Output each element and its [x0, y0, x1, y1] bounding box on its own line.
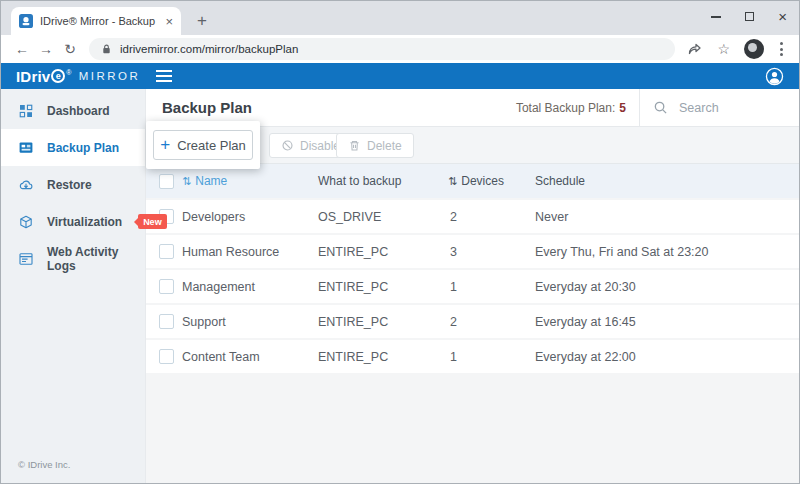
- main-content: Backup Plan Total Backup Plan: 5 + Creat…: [146, 89, 799, 483]
- select-all-checkbox[interactable]: [159, 174, 174, 189]
- tab-title: IDrive® Mirror - Backup Plan: [40, 15, 158, 27]
- backup-plan-icon: [18, 140, 34, 156]
- create-plan-button[interactable]: + Create Plan: [153, 130, 253, 160]
- browser-tab[interactable]: IDrive® Mirror - Backup Plan ×: [11, 7, 181, 35]
- bookmark-star-icon[interactable]: ☆: [717, 42, 730, 56]
- create-plan-callout: + Create Plan: [146, 121, 260, 169]
- web-activity-logs-icon: [18, 251, 34, 267]
- sidebar-item-label: Virtualization: [47, 215, 122, 229]
- table-row[interactable]: Management ENTIRE_PC 1 Everyday at 20:30: [146, 270, 799, 303]
- plan-schedule: Everyday at 20:30: [535, 280, 799, 294]
- plan-schedule: Everyday at 22:00: [535, 350, 799, 364]
- plan-what: ENTIRE_PC: [318, 280, 448, 294]
- sidebar: Dashboard Backup Plan Restore Virtualiza…: [1, 89, 146, 483]
- plan-name: Management: [182, 280, 318, 294]
- app-body: Dashboard Backup Plan Restore Virtualiza…: [1, 89, 799, 483]
- total-backup-plan: Total Backup Plan: 5: [516, 101, 639, 115]
- sort-icon: ⇅: [182, 176, 191, 187]
- sidebar-item-label: Web Activity Logs: [47, 245, 145, 273]
- copyright-text: © IDrive Inc.: [18, 459, 70, 470]
- plan-name: Developers: [182, 210, 318, 224]
- delete-button[interactable]: Delete: [336, 133, 414, 158]
- sidebar-item-label: Backup Plan: [47, 141, 119, 155]
- sidebar-item-restore[interactable]: Restore: [1, 166, 145, 203]
- tab-strip: IDrive® Mirror - Backup Plan × + ×: [1, 1, 799, 35]
- total-label: Total Backup Plan:: [516, 101, 615, 115]
- plan-devices: 2: [448, 210, 535, 224]
- plan-schedule: Every Thu, Fri and Sat at 23:20: [535, 245, 799, 259]
- dashboard-icon: [18, 103, 34, 119]
- plan-what: ENTIRE_PC: [318, 350, 448, 364]
- row-checkbox[interactable]: [159, 244, 174, 259]
- sort-icon: ⇅: [448, 176, 457, 187]
- address-bar[interactable]: idrivemirror.com/mirror/backupPlan: [89, 38, 675, 60]
- sidebar-item-dashboard[interactable]: Dashboard: [1, 92, 145, 129]
- lock-icon: [101, 43, 112, 55]
- column-header-name[interactable]: ⇅Name: [182, 174, 318, 188]
- back-button[interactable]: ←: [11, 41, 33, 57]
- plan-devices: 1: [448, 350, 535, 364]
- browser-menu-icon[interactable]: [778, 40, 785, 58]
- table-header-row: ⇅Name What to backup ⇅Devices Schedule: [146, 164, 799, 198]
- sidebar-item-label: Dashboard: [47, 104, 110, 118]
- tab-close-icon[interactable]: ×: [165, 15, 173, 28]
- sidebar-item-backup-plan[interactable]: Backup Plan: [1, 129, 145, 166]
- share-icon[interactable]: [687, 41, 703, 57]
- app-header: IDrive® MIRROR: [1, 63, 799, 89]
- hamburger-menu-icon[interactable]: [156, 70, 172, 82]
- window-controls: ×: [711, 9, 787, 24]
- restore-cloud-icon: [18, 177, 34, 193]
- create-plan-label: Create Plan: [177, 138, 246, 153]
- table-row[interactable]: Content Team ENTIRE_PC 1 Everyday at 22:…: [146, 340, 799, 373]
- total-count: 5: [619, 101, 626, 115]
- plan-what: OS_DRIVE: [318, 210, 448, 224]
- toolbar-right: ☆: [687, 39, 785, 59]
- sidebar-item-web-activity-logs[interactable]: Web Activity Logs: [1, 240, 145, 277]
- site-favicon-icon: [19, 14, 33, 28]
- plan-devices: 3: [448, 245, 535, 259]
- row-checkbox[interactable]: [159, 279, 174, 294]
- table-row[interactable]: Human Resource ENTIRE_PC 3 Every Thu, Fr…: [146, 235, 799, 268]
- window-minimize-button[interactable]: [711, 16, 721, 18]
- disable-label: Disable: [300, 139, 340, 153]
- logo-text: IDriv: [16, 68, 50, 85]
- forward-button[interactable]: →: [35, 41, 57, 57]
- virtualization-cube-icon: [18, 214, 34, 230]
- delete-label: Delete: [367, 139, 402, 153]
- row-checkbox[interactable]: [159, 349, 174, 364]
- plan-what: ENTIRE_PC: [318, 315, 448, 329]
- backup-plans-table: ⇅Name What to backup ⇅Devices Schedule D…: [146, 164, 799, 375]
- plan-what: ENTIRE_PC: [318, 245, 448, 259]
- browser-toolbar: ← → ↻ idrivemirror.com/mirror/backupPlan…: [1, 35, 799, 63]
- plan-devices: 1: [448, 280, 535, 294]
- plan-name: Support: [182, 315, 318, 329]
- table-row[interactable]: Developers OS_DRIVE 2 Never: [146, 200, 799, 233]
- account-icon[interactable]: [765, 67, 784, 86]
- plan-schedule: Everyday at 16:45: [535, 315, 799, 329]
- window-close-button[interactable]: ×: [778, 9, 787, 24]
- logo-e-icon: e: [51, 69, 65, 83]
- window-maximize-button[interactable]: [745, 12, 754, 21]
- new-badge: New: [138, 214, 167, 229]
- trash-icon: [348, 139, 361, 152]
- search-input[interactable]: [677, 100, 782, 116]
- column-header-what-to-backup[interactable]: What to backup: [318, 174, 448, 188]
- column-header-schedule[interactable]: Schedule: [535, 174, 799, 188]
- reload-button[interactable]: ↻: [59, 41, 81, 57]
- disable-icon: [281, 139, 294, 152]
- sidebar-item-virtualization[interactable]: Virtualization New: [1, 203, 145, 240]
- browser-window: IDrive® Mirror - Backup Plan × + × ← → ↻…: [0, 0, 800, 484]
- table-row[interactable]: Support ENTIRE_PC 2 Everyday at 16:45: [146, 305, 799, 338]
- plan-devices: 2: [448, 315, 535, 329]
- row-checkbox[interactable]: [159, 314, 174, 329]
- plan-name: Content Team: [182, 350, 318, 364]
- plans-toolbar: + Create Plan Disable Delete: [146, 127, 799, 164]
- new-tab-button[interactable]: +: [191, 12, 213, 29]
- plus-icon: +: [160, 136, 170, 153]
- plan-name: Human Resource: [182, 245, 318, 259]
- search-box[interactable]: [639, 89, 799, 126]
- column-header-devices[interactable]: ⇅Devices: [448, 174, 535, 188]
- sidebar-item-label: Restore: [47, 178, 92, 192]
- logo-mirror-text: MIRROR: [79, 70, 141, 82]
- profile-avatar[interactable]: [744, 39, 764, 59]
